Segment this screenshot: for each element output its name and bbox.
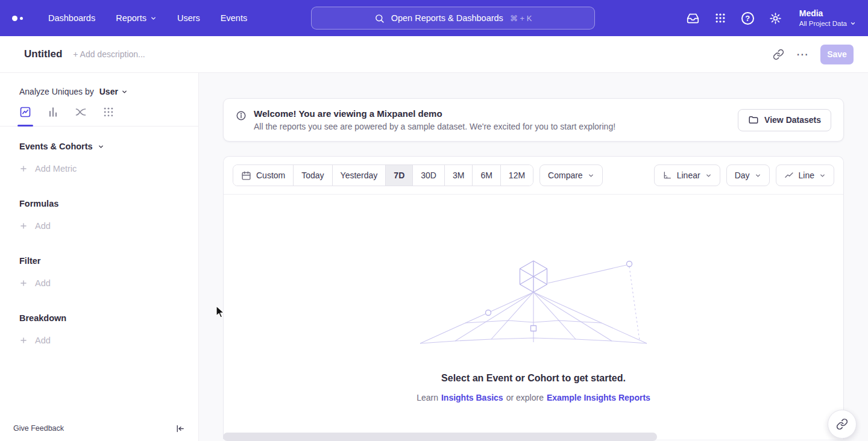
line-chart-icon [784, 170, 794, 180]
view-datasets-button[interactable]: View Datasets [738, 109, 831, 131]
nav-events[interactable]: Events [221, 13, 247, 23]
insights-chart-icon [19, 106, 31, 118]
nav-dashboards[interactable]: Dashboards [48, 13, 95, 23]
analyze-label: Analyze Uniques by [19, 87, 94, 96]
tab-insights[interactable] [19, 106, 31, 126]
breakdown-label: Breakdown [19, 313, 66, 323]
chevron-down-icon [705, 172, 712, 179]
workspace: Analyze Uniques by User Events & Cohorts [0, 73, 868, 441]
custom-date-label: Custom [256, 170, 285, 180]
save-button[interactable]: Save [820, 45, 854, 64]
tab-flows[interactable] [75, 106, 87, 126]
global-search[interactable]: Open Reports & Dashboards ⌘ + K [311, 7, 595, 30]
chevron-down-icon [850, 20, 856, 27]
add-description-field[interactable]: + Add description... [73, 49, 145, 59]
learn-prefix: Learn [417, 393, 438, 402]
range-7d[interactable]: 7D [385, 165, 412, 186]
compare-label: Compare [548, 170, 583, 180]
nav-reports-label: Reports [116, 13, 146, 23]
plus-icon [19, 279, 28, 287]
visualization-tabs [0, 106, 198, 127]
chevron-down-icon [755, 172, 761, 179]
collapse-sidebar-icon[interactable] [175, 424, 185, 434]
add-breakdown-label: Add [35, 336, 51, 345]
compare-button[interactable]: Compare [539, 164, 603, 186]
filter-section: Filter [19, 256, 198, 266]
chart-type-label: Line [799, 170, 814, 180]
chevron-down-icon [588, 172, 594, 179]
more-options-icon[interactable]: ⋯ [796, 48, 808, 60]
add-filter-button[interactable]: Add [19, 278, 51, 288]
analyze-row: Analyze Uniques by User [0, 73, 198, 96]
add-filter-label: Add [35, 278, 51, 288]
chart-type-select[interactable]: Line [776, 164, 834, 186]
tab-retention[interactable] [102, 106, 115, 126]
banner-title: Welcome! You are viewing a Mixpanel demo [254, 108, 615, 119]
logo-dot-small [20, 17, 23, 20]
search-icon [374, 13, 385, 23]
axis-icon [662, 170, 672, 180]
range-today[interactable]: Today [293, 165, 332, 186]
project-data-view: All Project Data [799, 19, 847, 28]
nav-users[interactable]: Users [177, 13, 200, 23]
granularity-select[interactable]: Day [726, 164, 770, 186]
view-datasets-label: View Datasets [764, 115, 821, 125]
add-metric-label: Add Metric [35, 164, 77, 174]
analyze-by-value: User [99, 87, 118, 96]
report-canvas: Welcome! You are viewing a Mixpanel demo… [199, 73, 868, 441]
tab-bar-chart[interactable] [47, 106, 59, 126]
empty-state-title: Select an Event or Cohort to get started… [224, 373, 843, 384]
add-formula-button[interactable]: Add [19, 221, 51, 231]
inbox-icon[interactable] [687, 12, 699, 25]
add-breakdown-button[interactable]: Add [19, 336, 51, 345]
copy-link-icon[interactable] [773, 49, 784, 60]
search-shortcut: ⌘ + K [510, 14, 532, 23]
explore-text: or explore [506, 393, 544, 402]
empty-state-illustration [419, 255, 648, 345]
range-12m[interactable]: 12M [500, 165, 533, 186]
scale-select[interactable]: Linear [654, 164, 720, 186]
help-icon[interactable]: ? [741, 12, 754, 25]
project-switcher[interactable]: Media All Project Data [799, 8, 856, 28]
formulas-section: Formulas [19, 199, 198, 208]
range-yesterday[interactable]: Yesterday [332, 165, 386, 186]
events-cohorts-section[interactable]: Events & Cohorts [19, 142, 198, 151]
retention-grid-icon [102, 106, 115, 118]
report-actions: ⋯ Save [773, 45, 854, 64]
primary-nav: Dashboards Reports Users Events [48, 13, 247, 23]
top-nav: Dashboards Reports Users Events Open Rep… [0, 0, 868, 36]
plus-icon [19, 222, 28, 230]
range-6m[interactable]: 6M [472, 165, 500, 186]
mixpanel-logo[interactable] [12, 16, 37, 21]
report-title[interactable]: Untitled [24, 48, 62, 60]
chart-toolbar: Custom Today Yesterday 7D 30D 3M 6M 12M … [224, 157, 843, 194]
banner-subtitle: All the reports you see are powered by a… [254, 122, 615, 131]
empty-state-links: Learn Insights Basics or explore Example… [224, 393, 843, 402]
settings-gear-icon[interactable] [769, 12, 782, 25]
date-range-segmented-control: Custom Today Yesterday 7D 30D 3M 6M 12M [233, 164, 533, 186]
apps-grid-icon[interactable] [714, 12, 726, 24]
demo-welcome-banner: Welcome! You are viewing a Mixpanel demo… [223, 98, 844, 142]
analyze-by-select[interactable]: User [99, 87, 128, 96]
nav-reports[interactable]: Reports [116, 13, 157, 23]
top-nav-right: ? Media All Project Data [687, 8, 856, 28]
add-metric-button[interactable]: Add Metric [19, 164, 77, 174]
range-3m[interactable]: 3M [444, 165, 472, 186]
calendar-icon [241, 170, 251, 181]
give-feedback-link[interactable]: Give Feedback [13, 424, 64, 433]
report-header: Untitled + Add description... ⋯ Save [0, 36, 868, 73]
horizontal-scrollbar[interactable] [223, 433, 657, 441]
insights-basics-link[interactable]: Insights Basics [441, 393, 503, 402]
link-icon [836, 418, 848, 430]
empty-state: Select an Event or Cohort to get started… [224, 195, 843, 402]
share-link-fab[interactable] [828, 410, 857, 439]
range-30d[interactable]: 30D [412, 165, 444, 186]
query-sidebar: Analyze Uniques by User Events & Cohorts [0, 73, 199, 441]
events-cohorts-label: Events & Cohorts [19, 142, 93, 151]
sidebar-footer: Give Feedback [0, 416, 198, 441]
info-icon [236, 110, 247, 121]
example-reports-link[interactable]: Example Insights Reports [547, 393, 650, 402]
custom-date-button[interactable]: Custom [233, 165, 293, 186]
formulas-label: Formulas [19, 199, 58, 208]
breakdown-section: Breakdown [19, 313, 198, 323]
